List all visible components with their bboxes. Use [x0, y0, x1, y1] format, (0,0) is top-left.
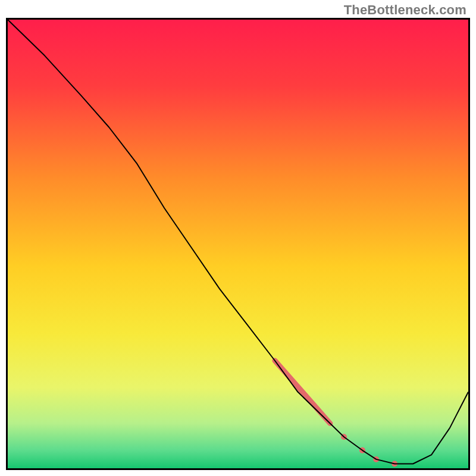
chart-plot-area — [6, 18, 470, 470]
gradient-background — [8, 20, 468, 468]
chart-svg — [8, 20, 468, 468]
watermark-text: TheBottleneck.com — [344, 2, 466, 18]
chart-container: TheBottleneck.com — [0, 0, 476, 476]
